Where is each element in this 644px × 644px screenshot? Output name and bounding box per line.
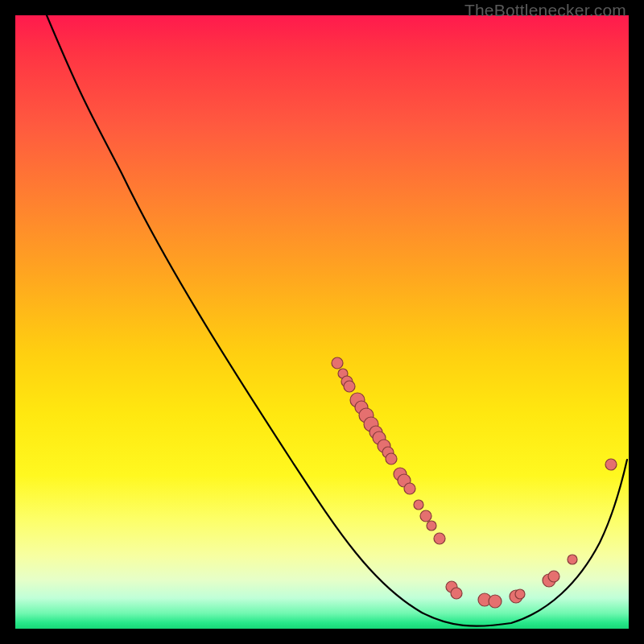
chart-svg bbox=[15, 15, 629, 629]
data-point bbox=[386, 453, 397, 464]
data-point bbox=[344, 381, 355, 392]
data-point bbox=[515, 589, 525, 599]
data-point bbox=[489, 595, 502, 608]
data-point bbox=[568, 555, 577, 564]
data-point bbox=[451, 588, 462, 599]
data-point bbox=[605, 459, 617, 470]
bottleneck-curve bbox=[47, 15, 627, 626]
data-points-group bbox=[332, 357, 617, 608]
data-point bbox=[414, 500, 423, 510]
data-point bbox=[548, 571, 559, 582]
data-point bbox=[427, 521, 436, 530]
data-point bbox=[420, 510, 431, 522]
data-point bbox=[404, 483, 415, 494]
data-point bbox=[332, 357, 343, 369]
data-point bbox=[434, 533, 445, 544]
